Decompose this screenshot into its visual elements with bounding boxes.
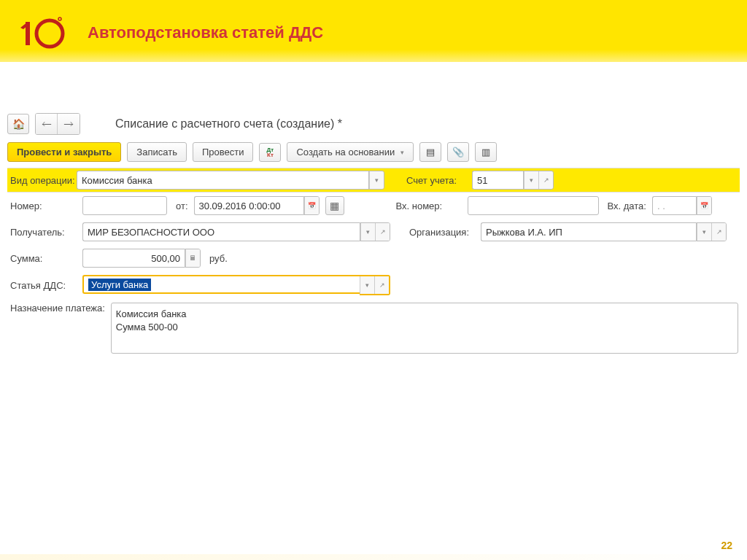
amount-label: Сумма: [7,253,77,264]
in-number-label: Вх. номер: [396,201,462,211]
open-icon[interactable]: ↗ [375,223,390,241]
dds-row: Статья ДДС: Услуги банка ▾ ↗ [7,271,740,299]
account-label: Счет учета: [406,175,472,186]
dropdown-icon[interactable]: ▾ [360,223,375,241]
recipient-input[interactable]: МИР БЕЗОПАСНОСТИ ООО [82,222,360,241]
date-extra-button[interactable]: ▦ [325,196,344,215]
purpose-textarea[interactable]: Комиссия банка Сумма 500-00 [111,303,738,354]
post-and-close-button[interactable]: Провести и закрыть [7,142,121,162]
dropdown-icon[interactable]: ▾ [369,171,384,189]
calendar-icon[interactable]: 📅 [304,197,319,214]
organization-label: Организация: [409,227,475,238]
layers-icon: ▦ [330,200,339,211]
in-number-input[interactable] [468,196,599,215]
paperclip-icon: 📎 [452,147,464,158]
home-button[interactable]: 🏠 [7,114,29,134]
slide-title: Автоподстановка статей ДДС [88,23,323,42]
operation-type-row: Вид операции: Комиссия банка ▾ Счет учет… [7,168,740,192]
date-input[interactable]: 30.09.2016 0:00:00 [194,196,303,215]
slide-header: Автоподстановка статей ДДС [0,0,747,62]
open-icon[interactable]: ↗ [374,276,389,294]
dds-value-selected: Услуги банка [88,279,151,291]
amount-input[interactable]: 500,00 [82,249,185,268]
attach-button[interactable]: 📎 [447,142,469,162]
report-icon: ▤ [426,147,435,158]
operation-type-label: Вид операции: [7,175,77,186]
create-based-button[interactable]: Создать на основании [287,142,414,162]
number-label: Номер: [7,201,77,211]
date-label: от: [176,201,188,211]
calendar-icon[interactable]: 📅 [697,197,711,214]
toolbar: Провести и закрыть Записать Провести ДтК… [7,142,740,162]
operation-type-input[interactable]: Комиссия банка [77,171,368,190]
form-title: Списание с расчетного счета (создание) * [115,117,342,131]
purpose-label: Назначение платежа: [7,303,105,315]
open-icon[interactable]: ↗ [538,171,553,189]
list-button[interactable]: ▥ [475,142,497,162]
list-icon: ▥ [481,147,490,158]
nav-row: 🏠 🡐 🡒 Списание с расчетного счета (созда… [7,113,740,135]
recipient-label: Получатель: [7,227,77,238]
dropdown-icon[interactable]: ▾ [697,223,711,241]
footer-stripe [0,554,747,560]
in-date-input[interactable]: . . [652,196,696,215]
number-row: Номер: от: 30.09.2016 0:00:00 📅 ▦ Вх. но… [7,192,740,219]
amount-row: Сумма: 500,00 🖩 руб. [7,245,740,271]
page-number: 22 [721,540,732,551]
logo-1c [15,15,66,51]
recipient-row: Получатель: МИР БЕЗОПАСНОСТИ ООО ▾ ↗ Орг… [7,219,740,245]
forward-button[interactable]: 🡒 [58,114,80,134]
report-button[interactable]: ▤ [419,142,441,162]
purpose-row: Назначение платежа: Комиссия банка Сумма… [7,299,740,357]
account-input[interactable]: 51 [472,171,523,190]
dtkt-icon: ДтКт [267,147,274,158]
amount-suffix: руб. [209,253,228,264]
dropdown-icon[interactable]: ▾ [524,171,538,189]
post-button[interactable]: Провести [193,142,254,162]
svg-point-0 [36,20,63,47]
in-date-label: Вх. дата: [608,201,646,211]
dds-input[interactable]: Услуги банка [82,275,360,294]
back-button[interactable]: 🡐 [36,114,58,134]
dds-label: Статья ДДС: [7,280,77,291]
calculator-icon[interactable]: 🖩 [185,249,200,267]
open-icon[interactable]: ↗ [711,223,726,241]
save-button[interactable]: Записать [127,142,187,162]
svg-point-2 [58,18,61,20]
dtkt-button[interactable]: ДтКт [259,143,281,162]
dropdown-icon[interactable]: ▾ [360,276,374,294]
organization-input[interactable]: Рыжкова И.А. ИП [481,222,696,241]
number-input[interactable] [82,196,167,215]
